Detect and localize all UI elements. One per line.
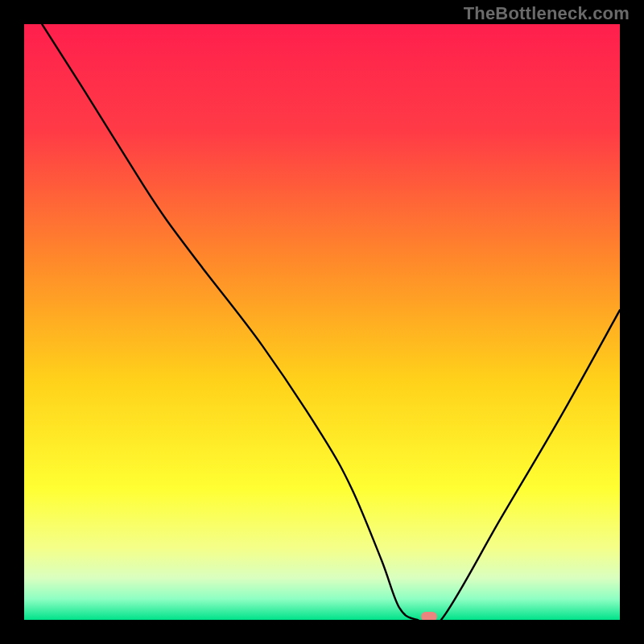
bottleneck-curve [24,24,620,620]
chart-frame: TheBottleneck.com [0,0,644,644]
watermark-label: TheBottleneck.com [464,3,630,24]
optimal-point-marker [421,612,437,620]
plot-area [24,24,620,620]
